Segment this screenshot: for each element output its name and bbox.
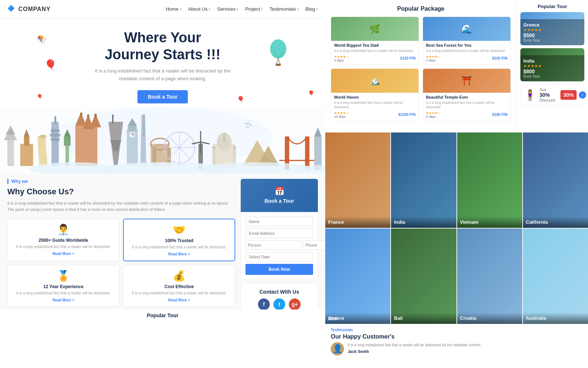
twitter-icon[interactable]: t <box>273 298 285 309</box>
testimonial-text: It is a long established fact that a rea… <box>348 342 582 348</box>
main-section: 🔷 COMPANY Home ▾ About Us ▾ Services ▾ P… <box>0 0 325 368</box>
name-input[interactable] <box>245 217 313 226</box>
temple-name: Beautiful Temple Ever <box>426 95 508 99</box>
book-now-button[interactable]: Book Now <box>245 264 313 275</box>
sea-forest-price: $100 P/N <box>492 56 508 60</box>
tea-stall-name: World Biggest Tea Stall <box>334 43 416 47</box>
tea-stall-info: World Biggest Tea Stall It is a long est… <box>331 41 419 64</box>
world-haven-price: $1500 P/N <box>398 113 416 117</box>
discount-person-icon: 🧍‍♀️ <box>524 89 537 101</box>
india-tour-stars: ★★★★★ <box>523 64 581 68</box>
why-card-trusted: 🤝 100% Trusted It is a long established … <box>123 219 235 261</box>
tea-stall-stars: ★★★★☆ <box>334 55 349 59</box>
discount-banner: 🧍‍♀️ Got 30% Discount › 30% <box>520 84 584 106</box>
hero-title: Where Your Journey Starts !!! <box>22 29 303 63</box>
temple-info: Beautiful Temple Ever It is a long estab… <box>423 93 510 121</box>
india-tour-book-link[interactable]: Book Now <box>523 74 581 78</box>
trusted-icon: 🤝 <box>128 224 230 236</box>
nav-home[interactable]: Home ▾ <box>166 6 182 12</box>
nav-project[interactable]: Project ▾ <box>245 6 263 12</box>
temple-footer: ★★★★☆ 5 days $180 P/N <box>426 111 508 118</box>
testimonial-avatar: 👤 <box>331 342 344 355</box>
bali-name: Bali <box>394 315 453 321</box>
contact-panel: Contact With Us f t g+ <box>241 283 318 309</box>
tea-stall-image: 🌿 <box>331 17 419 41</box>
package-grid: 🌿 World Biggest Tea Stall It is a long e… <box>331 17 511 121</box>
tour-greece-card[interactable]: Greece ★★★★★ $500 Book Now <box>520 12 584 45</box>
popular-package-title: Popular Package <box>331 6 511 12</box>
why-description: It is a long established fact that a rea… <box>7 200 235 213</box>
balloon-pink-icon: 🎈 <box>44 59 57 71</box>
book-tour-form: Book Now <box>241 212 318 280</box>
dest-india[interactable]: India <box>391 132 456 228</box>
tea-stall-days: 5 days <box>334 59 349 62</box>
greece-tour-book-link[interactable]: Book Now <box>523 38 581 42</box>
trusted-desc: It is a long established fact that a rea… <box>128 245 230 250</box>
discount-arrow-button[interactable]: › <box>579 91 586 99</box>
discount-label: Got <box>539 88 555 92</box>
svg-rect-18 <box>51 129 60 132</box>
dest-australia[interactable]: Australia <box>523 229 588 324</box>
dest-greece[interactable]: Greece $500 <box>325 229 390 324</box>
sea-forest-desc: It is a long established fact-m reader w… <box>426 49 508 53</box>
logo-icon: 🔷 <box>7 5 16 14</box>
nav-about[interactable]: About Us ▾ <box>188 6 211 12</box>
dest-france[interactable]: France <box>325 132 390 228</box>
balloon-tiny-pink-icon: 🎈 <box>37 94 43 99</box>
destination-grid: France India Vietnam California <box>325 132 588 324</box>
vietnam-name: Vietnam <box>460 219 519 225</box>
date-input[interactable] <box>245 252 313 262</box>
nav-services[interactable]: Services ▾ <box>217 6 239 12</box>
trusted-read-more[interactable]: Read More + <box>128 252 230 256</box>
svg-rect-29 <box>80 113 82 117</box>
tour-india-card[interactable]: India ★★★★★ $800 Book Now <box>520 48 584 81</box>
svg-rect-12 <box>24 137 29 146</box>
svg-rect-11 <box>20 144 33 166</box>
dest-california[interactable]: California <box>523 132 588 228</box>
svg-point-66 <box>233 146 236 149</box>
temple-meta: ★★★★☆ 5 days <box>426 111 441 118</box>
nav-blog[interactable]: Blog ▾ <box>305 6 318 12</box>
google-plus-icon[interactable]: g+ <box>289 298 301 309</box>
experience-read-more[interactable]: Read More + <box>12 298 115 302</box>
discount-badge: 30% <box>560 90 577 100</box>
svg-rect-20 <box>51 138 60 141</box>
svg-rect-17 <box>54 116 56 124</box>
temple-stars: ★★★★☆ <box>426 111 441 115</box>
why-card-experience: 🏅 12 Year Experience It is a long establ… <box>7 265 119 307</box>
chevron-down-icon: ▾ <box>209 7 211 11</box>
world-haven-info: World Haven It is a long established fac… <box>331 93 419 121</box>
svg-point-0 <box>270 39 286 59</box>
chevron-down-icon: ▾ <box>261 7 263 11</box>
skyline-illustration <box>0 107 325 173</box>
why-card-guides: 👨‍💼 2000+ Guide Worldwide It is a long e… <box>7 219 119 261</box>
svg-rect-72 <box>314 137 322 170</box>
dest-bali[interactable]: Bali <box>391 229 456 324</box>
social-icons: f t g+ <box>246 298 312 309</box>
why-tag: Why we <box>7 179 235 184</box>
cost-title: Cost Effective <box>128 284 230 289</box>
email-input[interactable] <box>245 229 313 238</box>
facebook-icon[interactable]: f <box>258 298 270 309</box>
nav-testimonials[interactable]: Testimonials ▾ <box>269 6 299 12</box>
guides-read-more[interactable]: Read More + <box>12 252 115 256</box>
package-tea-stall: 🌿 World Biggest Tea Stall It is a long e… <box>331 17 419 65</box>
cost-read-more[interactable]: Read More + <box>128 298 230 302</box>
hero-book-tour-button[interactable]: Book a Tour <box>137 90 188 103</box>
dest-croatia[interactable]: Croatia <box>457 229 522 324</box>
world-haven-meta: ★★★★☆ 10 days <box>334 111 349 118</box>
popular-tour-sidebar: Popular Tour Greece ★★★★★ $500 Book Now <box>516 0 588 132</box>
testimonials-title: Our Happy Customer's <box>331 333 582 340</box>
why-cards-grid: 👨‍💼 2000+ Guide Worldwide It is a long e… <box>7 219 235 307</box>
sea-forest-image: 🌊 <box>423 17 510 41</box>
india-tour-name: India <box>523 58 581 64</box>
dest-vietnam[interactable]: Vietnam <box>457 132 522 228</box>
person-input[interactable] <box>245 240 301 250</box>
cost-desc: It is a long established fact that a rea… <box>128 291 230 296</box>
phone-input[interactable] <box>303 240 325 250</box>
sea-forest-footer: ★★★★☆ 3 days $100 P/N <box>426 55 508 62</box>
navbar: 🔷 COMPANY Home ▾ About Us ▾ Services ▾ P… <box>0 0 325 18</box>
svg-rect-36 <box>128 125 137 131</box>
package-temple: ⛩️ Beautiful Temple Ever It is a long es… <box>423 68 511 121</box>
hero-subtitle: It is a long established fact that a rea… <box>93 67 233 83</box>
